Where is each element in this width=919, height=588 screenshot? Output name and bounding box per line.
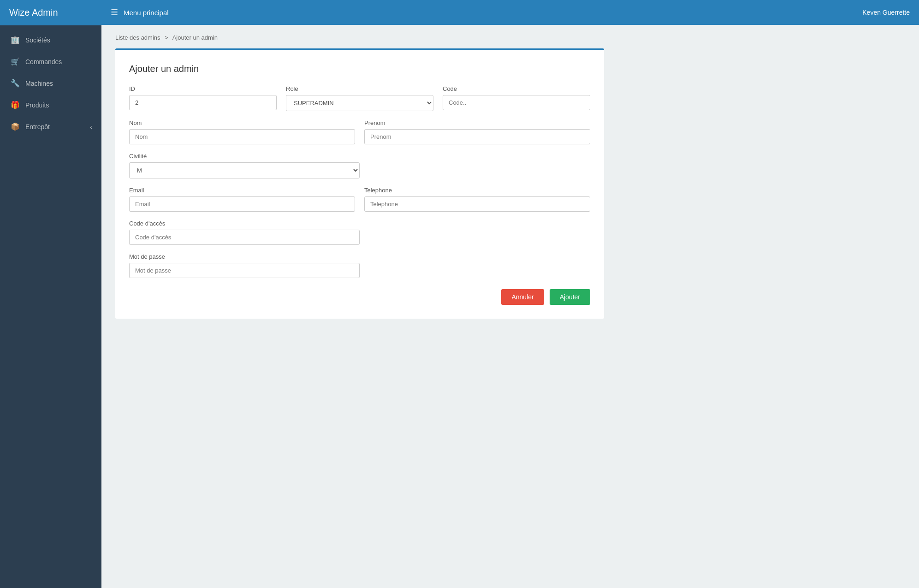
submit-button[interactable]: Ajouter bbox=[550, 289, 590, 305]
sidebar-item-label-produits: Produits bbox=[25, 101, 49, 109]
prenom-input[interactable] bbox=[364, 129, 590, 144]
telephone-group: Telephone bbox=[364, 187, 590, 212]
form-card: Ajouter un admin ID Role SUPERADMIN ADMI… bbox=[115, 48, 604, 319]
sidebar-nav: 🏢 Sociétés 🛒 Commandes 🔧 Machines 🎁 Prod… bbox=[0, 25, 101, 137]
button-row: Annuler Ajouter bbox=[129, 289, 590, 305]
content-area: Liste des admins > Ajouter un admin Ajou… bbox=[101, 25, 919, 588]
sidebar-item-label-societes: Sociétés bbox=[25, 36, 50, 44]
topbar-user: Keven Guerrette bbox=[862, 9, 910, 16]
logo-bold: Wize bbox=[9, 7, 30, 18]
code-acces-group: Code d'accès bbox=[129, 220, 360, 245]
breadcrumb: Liste des admins > Ajouter un admin bbox=[115, 34, 905, 41]
row-email-telephone: Email Telephone bbox=[129, 187, 590, 212]
nom-input[interactable] bbox=[129, 129, 355, 144]
breadcrumb-current: Ajouter un admin bbox=[172, 34, 218, 41]
produits-icon: 🎁 bbox=[11, 101, 20, 109]
sidebar-item-machines[interactable]: 🔧 Machines bbox=[0, 72, 101, 94]
breadcrumb-separator: > bbox=[165, 34, 168, 41]
civilite-group: Civilité M Mme Mlle bbox=[129, 153, 360, 178]
hamburger-icon[interactable]: ☰ bbox=[111, 7, 118, 18]
entrepot-left: 📦 Entrepôt bbox=[11, 122, 50, 131]
telephone-label: Telephone bbox=[364, 187, 590, 194]
code-acces-label: Code d'accès bbox=[129, 220, 360, 227]
machines-icon: 🔧 bbox=[11, 79, 20, 88]
sidebar: Wize Admin 🏢 Sociétés 🛒 Commandes 🔧 Mach… bbox=[0, 0, 101, 588]
id-label: ID bbox=[129, 85, 277, 92]
civilite-label: Civilité bbox=[129, 153, 360, 160]
chevron-icon: ‹ bbox=[90, 123, 92, 131]
commandes-icon: 🛒 bbox=[11, 57, 20, 66]
code-acces-input[interactable] bbox=[129, 230, 360, 245]
id-group: ID bbox=[129, 85, 277, 111]
nom-group: Nom bbox=[129, 119, 355, 144]
sidebar-item-label-entrepot: Entrepôt bbox=[25, 123, 50, 131]
role-label: Role bbox=[286, 85, 433, 92]
main-area: ☰ Menu principal Keven Guerrette Liste d… bbox=[101, 0, 919, 588]
prenom-group: Prenom bbox=[364, 119, 590, 144]
mot-de-passe-group: Mot de passe bbox=[129, 253, 360, 278]
sidebar-item-produits[interactable]: 🎁 Produits bbox=[0, 94, 101, 116]
row-nom-prenom: Nom Prenom bbox=[129, 119, 590, 144]
mot-de-passe-input[interactable] bbox=[129, 263, 360, 278]
sidebar-item-commandes[interactable]: 🛒 Commandes bbox=[0, 51, 101, 72]
topbar-left: ☰ Menu principal bbox=[111, 7, 169, 18]
app-logo: Wize Admin bbox=[0, 0, 101, 25]
email-input[interactable] bbox=[129, 196, 355, 212]
nom-label: Nom bbox=[129, 119, 355, 126]
code-label: Code bbox=[443, 85, 590, 92]
id-input bbox=[129, 95, 277, 110]
societes-icon: 🏢 bbox=[11, 36, 20, 44]
topbar: ☰ Menu principal Keven Guerrette bbox=[101, 0, 919, 25]
sidebar-item-label-commandes: Commandes bbox=[25, 58, 62, 65]
cancel-button[interactable]: Annuler bbox=[501, 289, 544, 305]
mot-de-passe-label: Mot de passe bbox=[129, 253, 360, 260]
row-code-acces: Code d'accès bbox=[129, 220, 590, 245]
code-input[interactable] bbox=[443, 95, 590, 110]
email-group: Email bbox=[129, 187, 355, 212]
email-label: Email bbox=[129, 187, 355, 194]
prenom-label: Prenom bbox=[364, 119, 590, 126]
row-id-role-code: ID Role SUPERADMIN ADMIN USER Code bbox=[129, 85, 590, 111]
form-title: Ajouter un admin bbox=[129, 64, 590, 74]
row-civilite: Civilité M Mme Mlle bbox=[129, 153, 590, 178]
role-select[interactable]: SUPERADMIN ADMIN USER bbox=[286, 95, 433, 111]
telephone-input[interactable] bbox=[364, 196, 590, 212]
sidebar-item-entrepot[interactable]: 📦 Entrepôt ‹ bbox=[0, 116, 101, 137]
sidebar-item-societes[interactable]: 🏢 Sociétés bbox=[0, 29, 101, 51]
breadcrumb-parent: Liste des admins bbox=[115, 34, 160, 41]
role-group: Role SUPERADMIN ADMIN USER bbox=[286, 85, 433, 111]
row-mot-de-passe: Mot de passe bbox=[129, 253, 590, 278]
menu-principal-label: Menu principal bbox=[124, 9, 169, 17]
logo-light: Admin bbox=[30, 7, 58, 18]
entrepot-icon: 📦 bbox=[11, 122, 20, 131]
sidebar-item-label-machines: Machines bbox=[25, 80, 53, 87]
code-group: Code bbox=[443, 85, 590, 111]
civilite-select[interactable]: M Mme Mlle bbox=[129, 162, 360, 178]
